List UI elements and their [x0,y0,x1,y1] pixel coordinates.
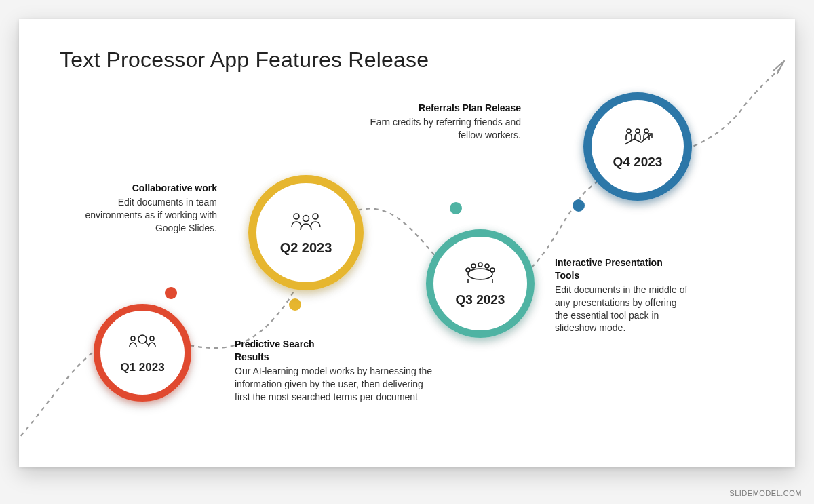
q1-feature-body: Our AI-learning model works by harnessin… [235,365,438,404]
circle-q4: Q4 2023 [583,92,692,201]
slide-canvas: Text Processor App Features Release Q1 2… [19,19,795,467]
desc-q3: Interactive Presentation Tools Edit docu… [555,256,691,334]
q2-feature-body: Edit documents in team environments as i… [73,196,217,235]
dot-q2 [289,298,301,311]
q2-feature-title: Collaborative work [73,182,217,195]
q4-feature-body: Earn credits by referring friends and fe… [365,116,521,142]
desc-q4: Referrals Plan Release Earn credits by r… [365,102,521,142]
q1-feature-title: Predictive Search Results [235,338,350,364]
milestone-q3: Q3 2023 [426,229,535,338]
desc-q1: Predictive Search Results Our AI-learnin… [235,338,438,403]
circle-q3: Q3 2023 [426,229,535,338]
circle-q2: Q2 2023 [248,175,364,290]
q3-feature-title: Interactive Presentation Tools [555,256,663,282]
dot-q1 [165,287,177,299]
circle-q1: Q1 2023 [94,304,191,402]
milestone-q4: Q4 2023 [583,92,692,201]
slide-title: Text Processor App Features Release [60,47,429,73]
footer-credit: SLIDEMODEL.COM [729,489,802,497]
dot-q4 [573,199,585,212]
dot-q3 [450,202,462,214]
milestone-q1: Q1 2023 [94,304,191,402]
milestone-q2: Q2 2023 [248,175,364,290]
q3-feature-body: Edit documents in the middle of any pres… [555,284,691,335]
desc-q2: Collaborative work Edit documents in tea… [73,182,217,235]
q4-feature-title: Referrals Plan Release [365,102,521,115]
